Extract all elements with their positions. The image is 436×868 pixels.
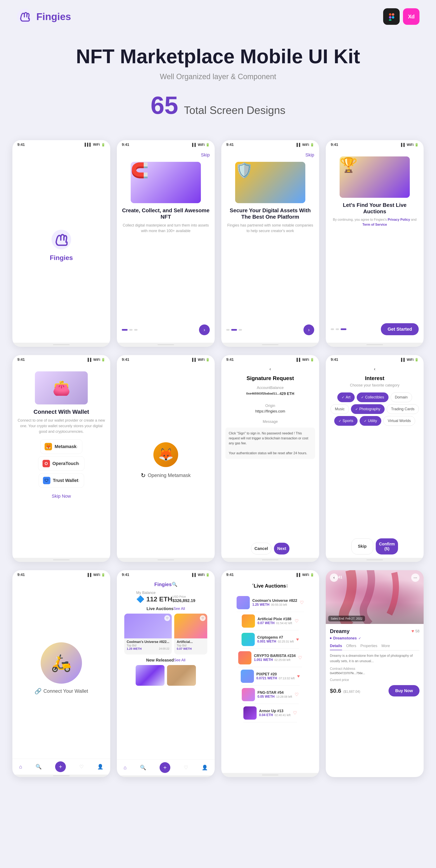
auction-card-2[interactable]: ♡ Artificial... Top Bid 0.07 WETH [174,614,207,654]
screens-row-2: 9:41 ▌▌ WiFi 🔋 👛 Connect With Wallet Con… [12,355,424,562]
bottom-nav: ⌂ 🔍 + ♡ 👤 [12,759,110,775]
next-button[interactable]: › [303,324,314,335]
see-all-auctions[interactable]: See All [173,607,185,611]
nav-heart-icon[interactable]: ♡ [184,765,188,771]
heart-icon-filled[interactable]: ♥ [296,637,299,642]
splash-logo-icon [51,229,72,250]
heart-icon[interactable]: ♡ [293,710,297,716]
tag-photography[interactable]: Photography [351,404,384,414]
trust-name: Trust Wallet [53,478,78,483]
wallet-title: Connect With Wallet [33,409,89,415]
tab-more[interactable]: More [381,644,390,650]
onboard1-footer: › [122,321,210,339]
artist-dot [330,638,332,639]
auction-item-4[interactable]: CRYPTO BARISTA #234 1.051 WETH 02:25:00 … [238,649,302,667]
tab-offers[interactable]: Offers [346,644,356,650]
auction-item-1[interactable]: Coolman's Universe #822 1.25 WETH 00:55:… [237,593,304,612]
onboard3-desc: By continuing, you agree to Fingies's Pr… [331,217,418,227]
interest-footer: Skip Confirm (5) [351,535,398,555]
skip-now-button[interactable]: Skip Now [52,494,71,499]
skip-button[interactable]: Skip [305,152,314,158]
phone-splash: 9:41 ▌▌▌ WiFi 🔋 Fingies [12,140,110,347]
account-balance-header: Account Balance [257,385,283,390]
see-all-new[interactable]: See All [174,658,186,662]
buy-row: $0.6 ($1,687.04) Buy Now [330,685,420,696]
cancel-button[interactable]: Cancel [251,543,272,555]
heart-icon[interactable]: ♡ [295,692,299,697]
chevron-icon: › [79,461,80,466]
trust-option[interactable]: 🛡 Trust Wallet › [39,473,84,488]
search-icon[interactable]: 🔍 [172,582,177,587]
message-box: Click "Sign" to sign in. No password nee… [226,428,315,459]
tags-grid: Art Collectibles Domain Music Photograph… [330,393,420,426]
tag-music[interactable]: Music [331,404,349,414]
tag-virtual-worlds[interactable]: Virtual Worlds [383,416,415,426]
nav-home-icon[interactable]: ⌂ [19,764,22,770]
tag-utility[interactable]: Utility [360,416,381,426]
tag-sports[interactable]: Sports [334,416,358,426]
confirm-button[interactable]: Confirm (5) [376,538,398,555]
nav-home-icon[interactable]: ⌂ [124,765,127,771]
filter-icon[interactable]: ⫶ [286,583,288,589]
next-button[interactable]: › [199,324,210,335]
back-button[interactable]: ‹ [374,366,375,372]
screens-row-3: 9:41 ▌▌ WiFi 🔋 🛵 🔗 Connect Your Wallet ⌂… [12,570,424,777]
heart-icon-filled[interactable]: ♥ [297,674,300,679]
nav-explore-icon[interactable]: 🔍 [140,765,146,771]
dots [226,329,242,331]
auction-item-7[interactable]: Armor Up #13 0.04 ETH 02:40:41 left ♡ [243,704,297,722]
connect-illustration: 🛵 [41,642,82,684]
back-button[interactable]: ‹ [269,366,271,372]
nav-add-button[interactable]: + [160,762,170,773]
release-card-1[interactable] [136,665,165,686]
message-label: Message [263,420,278,424]
skip-button[interactable]: Skip [351,538,373,555]
next-button[interactable]: Next [274,543,290,555]
nav-profile-icon[interactable]: 👤 [202,765,208,771]
hero-subtitle: Well Organized layer & Component [8,72,428,81]
opera-option[interactable]: O OperaTouch › [38,456,85,471]
tab-properties[interactable]: Properties [361,644,377,650]
chevron-icon: › [78,478,80,483]
tag-art[interactable]: Art [337,393,355,402]
heart-icon[interactable]: ♡ [300,600,304,605]
nav-heart-icon[interactable]: ♡ [79,764,84,770]
bottom-nav: ⌂ 🔍 + ♡ 👤 [117,760,215,775]
xd-badge: Xd [403,8,420,25]
dot-2 [336,329,339,330]
auction-item-5[interactable]: PIXPET #20 0.0721 WETH 07:13:32 left ♥ [241,667,300,685]
heart-icon[interactable]: ♡ [298,655,302,660]
svg-rect-1 [389,13,392,16]
tag-trading-cards[interactable]: Trading Cards [387,404,418,414]
fingies-logo-icon [16,8,33,25]
tag-collectibles[interactable]: Collectibles [357,393,388,402]
svg-rect-3 [389,16,392,19]
auction-card-1[interactable]: ♡ Coolman's Universe #822... Top Bid 1.2… [124,614,172,654]
heart-icon[interactable]: ♡ [295,618,299,624]
buy-now-button[interactable]: Buy Now [389,685,420,696]
skip-button[interactable]: Skip [201,152,210,158]
metamask-option[interactable]: 🦊 Metamask › [40,439,82,454]
hero-title: NFT Marketplace Mobile UI Kit [8,45,428,67]
heart-icon[interactable]: ♥ [411,628,414,634]
auction-item-6[interactable]: FNG-STAR #54 0.05 WETH 13:28:08 left ♡ [242,685,299,704]
nav-explore-icon[interactable]: 🔍 [35,764,42,770]
status-bar: 9:41 ▌▌▌ WiFi 🔋 [12,140,110,148]
nav-add-button[interactable]: + [55,762,66,772]
release-card-2[interactable] [167,665,196,686]
detail-body: Dreamy ♥ 58 Dreamstones ✓ Details Offers [326,624,424,777]
phone-auction-list: 9:41 ▌▌ WiFi 🔋 ‹ Live Auctions ⫶ Coolman… [221,570,319,777]
contract-label: Contract Address [330,667,420,671]
get-started-button[interactable]: Get Started [381,323,418,335]
tag-domain[interactable]: Domain [391,393,412,402]
auction-item-3[interactable]: Criptogems #7 0.001 WETH 02:25:31 left ♥ [241,630,299,649]
list-header: ‹ Live Auctions ⫶ [252,582,289,590]
back-button[interactable]: ‹ [252,582,254,587]
tab-details[interactable]: Details [330,644,342,650]
item7-img [243,706,257,720]
opera-name: OperaTouch [53,461,79,466]
usd-label: USD Price [172,595,195,598]
balance-value: 429 ETH [279,392,294,396]
auction-item-2[interactable]: Artificial Pixie #188 0.07 WETH 01:54:42… [242,612,299,630]
nav-profile-icon[interactable]: 👤 [97,764,103,770]
